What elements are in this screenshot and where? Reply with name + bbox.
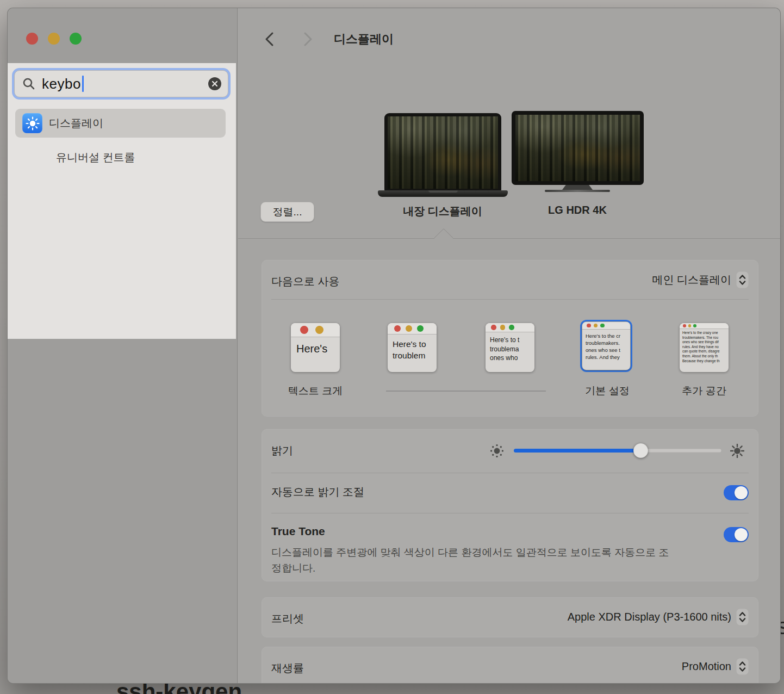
scaling-option-more-space[interactable]: Here's to the crazy onetroublemakers. Th…: [680, 323, 729, 372]
zoom-button[interactable]: [70, 33, 82, 45]
refresh-rate-value: ProMotion: [682, 660, 731, 673]
external-display-label: LG HDR 4K: [512, 204, 643, 216]
monitor-stand: [562, 185, 593, 190]
brightness-card: 밝기: [262, 429, 758, 581]
preset-label: 프리셋: [271, 611, 304, 626]
scaling-label-default: 기본 설정: [567, 384, 648, 398]
search-icon: [22, 77, 35, 90]
scaling-option-larger-text[interactable]: Here's: [291, 323, 340, 372]
display-settings-card: 다음으로 사용 메인 디스플레이 Here's: [262, 260, 758, 417]
brightness-dim-icon: [490, 444, 504, 458]
true-tone-label: True Tone: [271, 525, 325, 538]
window-controls: [26, 33, 82, 45]
use-as-dropdown[interactable]: 메인 디스플레이: [652, 271, 749, 288]
external-display-thumbnail[interactable]: [512, 111, 644, 185]
search-results-panel: keybo: [8, 63, 236, 339]
wallpaper-image: [515, 115, 640, 181]
scaling-option-3[interactable]: Here's to ttroublemaones who: [486, 323, 534, 372]
minimize-button[interactable]: [48, 33, 60, 45]
forward-button[interactable]: [300, 32, 315, 47]
use-as-label: 다음으로 사용: [271, 274, 340, 289]
scaling-label-larger-text: 텍스트 크게: [275, 384, 356, 398]
system-settings-window: keybo: [7, 8, 781, 684]
content-pane: 디스플레이 정렬... 내장 디스플레이 LG HDR 4K 다음으로 사용 메…: [238, 8, 781, 683]
preset-dropdown[interactable]: Apple XDR Display (P3-1600 nits): [568, 609, 749, 625]
refresh-rate-label: 재생률: [271, 661, 304, 676]
preset-value: Apple XDR Display (P3-1600 nits): [568, 611, 731, 623]
scaling-connector-line: [386, 391, 546, 392]
close-button[interactable]: [26, 33, 38, 45]
back-button[interactable]: [262, 32, 277, 47]
brightness-label: 밝기: [271, 443, 293, 458]
scaling-label-more-space: 추가 공간: [663, 384, 745, 398]
true-tone-description: 디스플레이를 주변광에 맞춰 색상이 다른 환경에서도 일관적으로 보이도록 자…: [271, 544, 671, 576]
brightness-slider[interactable]: [514, 449, 721, 453]
scaling-option-2[interactable]: Here's totroublem: [388, 323, 437, 372]
scaling-option-default[interactable]: Here's to the crtroublemakers.ones who s…: [580, 320, 632, 372]
brightness-bright-icon: [730, 444, 744, 458]
row-divider: [271, 473, 749, 473]
text-cursor: [82, 76, 84, 92]
preset-card: 프리셋 Apple XDR Display (P3-1600 nits): [262, 597, 758, 637]
chevron-up-down-icon: [736, 609, 749, 625]
sidebar: keybo: [8, 8, 238, 683]
arrange-button[interactable]: 정렬...: [260, 202, 314, 222]
true-tone-toggle[interactable]: [724, 527, 749, 542]
wallpaper-image: [388, 116, 498, 189]
search-result-displays[interactable]: 디스플레이: [15, 109, 226, 138]
use-as-value: 메인 디스플레이: [652, 272, 731, 287]
brightness-slider-fill: [514, 449, 640, 453]
monitor-base: [545, 190, 610, 192]
search-input[interactable]: keybo: [14, 70, 228, 97]
row-divider: [271, 513, 749, 513]
section-divider: [238, 238, 781, 239]
search-value: keybo: [42, 76, 81, 92]
row-divider: [271, 299, 749, 300]
clear-search-button[interactable]: [208, 77, 221, 90]
auto-brightness-label: 자동으로 밝기 조절: [271, 485, 364, 499]
brightness-slider-knob[interactable]: [633, 443, 648, 458]
display-settings-icon: [22, 113, 42, 133]
refresh-rate-card: 재생률 ProMotion: [262, 647, 758, 684]
page-title: 디스플레이: [334, 31, 394, 47]
selected-display-pointer: [434, 228, 454, 249]
refresh-rate-dropdown[interactable]: ProMotion: [682, 658, 749, 675]
chevron-up-down-icon: [736, 658, 749, 675]
builtin-display-label: 내장 디스플레이: [377, 204, 508, 219]
builtin-display-thumbnail[interactable]: [384, 113, 501, 191]
search-result-label: 디스플레이: [49, 116, 103, 131]
auto-brightness-toggle[interactable]: [724, 485, 749, 500]
chevron-up-down-icon: [736, 271, 749, 288]
laptop-base: [378, 190, 508, 197]
search-result-universal-control[interactable]: 유니버설 컨트롤: [56, 150, 135, 165]
